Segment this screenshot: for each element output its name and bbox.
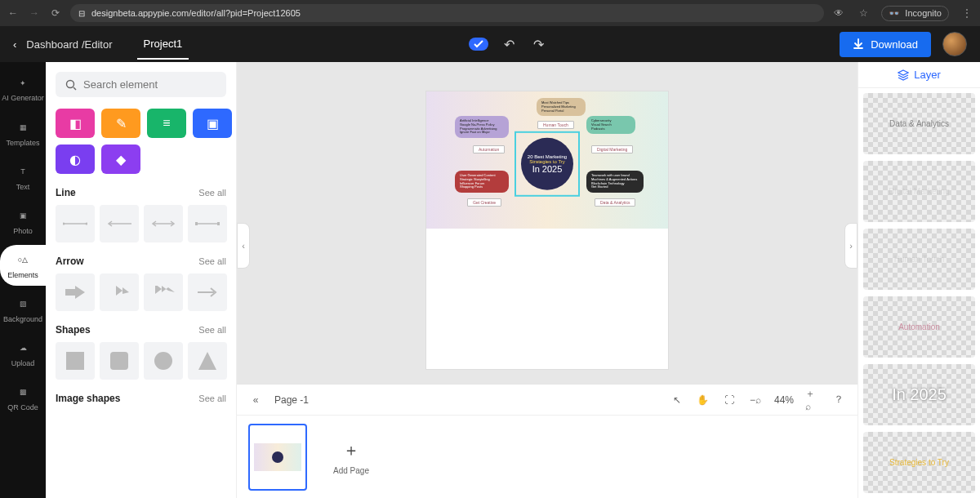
category-chip[interactable]: ▣ <box>193 109 232 138</box>
crumb-dashboard[interactable]: Dashboard <box>26 38 78 51</box>
category-chip[interactable]: ✎ <box>101 109 140 138</box>
layer-item[interactable]: Human Touch <box>863 229 975 290</box>
redo-icon[interactable]: ↷ <box>531 36 547 52</box>
see-all-arrow[interactable]: See all <box>198 256 226 266</box>
back-icon[interactable]: ← <box>7 7 20 20</box>
shape-element[interactable] <box>100 342 139 380</box>
paint-stroke[interactable]: Artificial IntelligenceGoogle No-Press P… <box>455 116 509 138</box>
line-element[interactable] <box>144 205 183 242</box>
chevron-left-icon[interactable]: ‹ <box>13 38 16 51</box>
mindmap-graphic: Most Watched TipsPersonalized MarketingP… <box>426 91 668 229</box>
artboard[interactable]: Most Watched TipsPersonalized MarketingP… <box>426 91 668 369</box>
paint-stroke[interactable]: CybersecurityVisual SearchPodcasts <box>586 116 635 134</box>
svg-rect-13 <box>110 352 128 370</box>
sync-status-icon[interactable] <box>469 38 488 51</box>
elements-panel: ◧ ✎ ≡ ▣ ◐ ◆ Line See all Arrow See all <box>46 62 237 498</box>
arrow-element[interactable] <box>188 273 227 311</box>
undo-icon[interactable]: ↶ <box>501 36 518 52</box>
see-all-shapes[interactable]: See all <box>198 325 226 335</box>
rail-elements[interactable]: ○△ Elements <box>0 245 46 286</box>
rail-templates[interactable]: ▦ Templates <box>0 113 46 153</box>
layer-panel: Layer Data & Analytics Digital Marketing… <box>858 62 980 498</box>
rail-label: Elements <box>7 271 38 279</box>
layer-item[interactable]: Data & Analytics <box>863 93 975 154</box>
tag-automation[interactable]: Automation <box>473 145 505 153</box>
paint-stroke[interactable]: User Generated ContentStrategic Storytel… <box>455 171 509 193</box>
star-icon[interactable]: ☆ <box>857 7 870 20</box>
layer-item[interactable]: Digital Marketing <box>863 161 975 222</box>
tab-project[interactable]: Project1 <box>137 29 189 60</box>
category-chip[interactable]: ◆ <box>101 145 140 174</box>
rail-photo[interactable]: ▣ Photo <box>0 201 46 242</box>
avatar[interactable] <box>942 32 967 56</box>
paint-stroke[interactable]: Most Watched TipsPersonalized MarketingP… <box>537 98 586 116</box>
category-chip[interactable]: ◐ <box>56 145 95 174</box>
shape-element[interactable] <box>56 342 95 380</box>
pointer-tool-icon[interactable]: ↖ <box>670 393 684 407</box>
page-strip: ＋ Add Page <box>237 415 858 498</box>
svg-point-3 <box>86 223 88 225</box>
zoom-out-icon[interactable]: −⌕ <box>748 393 763 407</box>
crumb-editor[interactable]: /Editor <box>82 38 113 51</box>
svg-point-14 <box>154 352 172 370</box>
page-thumb-1[interactable] <box>248 424 307 491</box>
app-header: ‹ Dashboard /Editor Project1 ↶ ↷ Downloa… <box>0 26 980 62</box>
svg-rect-12 <box>66 352 84 370</box>
paint-stroke[interactable]: Teamwork with user brandMachines & Augme… <box>586 171 644 193</box>
svg-point-4 <box>63 223 65 225</box>
see-all-line[interactable]: See all <box>198 188 226 198</box>
search-input[interactable] <box>83 78 216 91</box>
rail-qrcode[interactable]: ▩ QR Code <box>0 377 46 418</box>
download-button[interactable]: Download <box>840 32 931 57</box>
zoom-in-icon[interactable]: ＋⌕ <box>805 393 820 407</box>
tag-digital-marketing[interactable]: Digital Marketing <box>591 145 633 153</box>
reload-icon[interactable]: ⟳ <box>49 7 62 20</box>
category-chip[interactable]: ≡ <box>147 109 186 138</box>
tag-data-analytics[interactable]: Data & Analytics <box>595 198 635 207</box>
rail-upload[interactable]: ☁ Upload <box>0 333 46 374</box>
zoom-level: 44% <box>774 394 794 406</box>
collapse-left-handle[interactable]: ‹ <box>237 223 250 269</box>
section-title-arrow: Arrow <box>56 256 84 267</box>
category-chip[interactable]: ◧ <box>56 109 95 138</box>
layer-panel-header[interactable]: Layer <box>858 62 980 88</box>
rail-ai-generator[interactable]: ✦ AI Generator <box>0 69 46 109</box>
search-icon <box>65 79 77 91</box>
arrow-element[interactable] <box>144 273 183 311</box>
shape-element[interactable] <box>188 342 227 380</box>
collapse-right-handle[interactable]: › <box>844 223 858 269</box>
canvas-viewport[interactable]: ‹ › Most Watched TipsPersonalized Market… <box>237 62 858 384</box>
text-icon: T <box>15 163 31 180</box>
rail-background[interactable]: ▨ Background <box>0 289 46 330</box>
arrow-element[interactable] <box>100 273 139 311</box>
rail-label: Background <box>3 315 42 323</box>
center-line3: In 2025 <box>532 164 563 174</box>
fullscreen-icon[interactable]: ⛶ <box>722 393 737 407</box>
line-element[interactable] <box>56 205 95 242</box>
layer-item[interactable]: In 2025 <box>863 364 975 425</box>
layer-item[interactable]: Strategies to Try <box>863 432 975 493</box>
tag-get-creative[interactable]: Get Creative <box>467 198 501 207</box>
selected-element[interactable]: 20 Best Marketing Strategies to Try In 2… <box>514 131 580 197</box>
rail-label: QR Code <box>7 403 38 411</box>
more-icon[interactable]: ⋮ <box>960 7 973 20</box>
hand-tool-icon[interactable]: ✋ <box>696 393 710 407</box>
page-label: Page -1 <box>274 394 309 406</box>
help-icon[interactable]: ？ <box>831 393 846 407</box>
eye-off-icon[interactable]: 👁 <box>832 7 845 20</box>
arrow-element[interactable] <box>56 273 95 311</box>
layer-item[interactable]: Automation <box>863 296 975 358</box>
forward-icon[interactable]: → <box>28 7 41 20</box>
add-page-button[interactable]: ＋ Add Page <box>322 424 381 491</box>
search-box[interactable] <box>56 72 226 97</box>
site-info-icon[interactable]: ⊟ <box>78 9 85 18</box>
rail-text[interactable]: T Text <box>0 157 46 198</box>
plus-icon: ＋ <box>343 439 359 461</box>
url-bar[interactable]: ⊟ designbeta.appypie.com/editor/all?pid=… <box>70 4 824 22</box>
shape-element[interactable] <box>144 342 183 380</box>
line-element[interactable] <box>188 205 227 242</box>
tag-human-touch[interactable]: Human Touch <box>537 121 574 129</box>
pages-toggle-icon[interactable]: « <box>248 393 263 407</box>
see-all-image-shapes[interactable]: See all <box>198 394 226 403</box>
line-element[interactable] <box>100 205 139 242</box>
